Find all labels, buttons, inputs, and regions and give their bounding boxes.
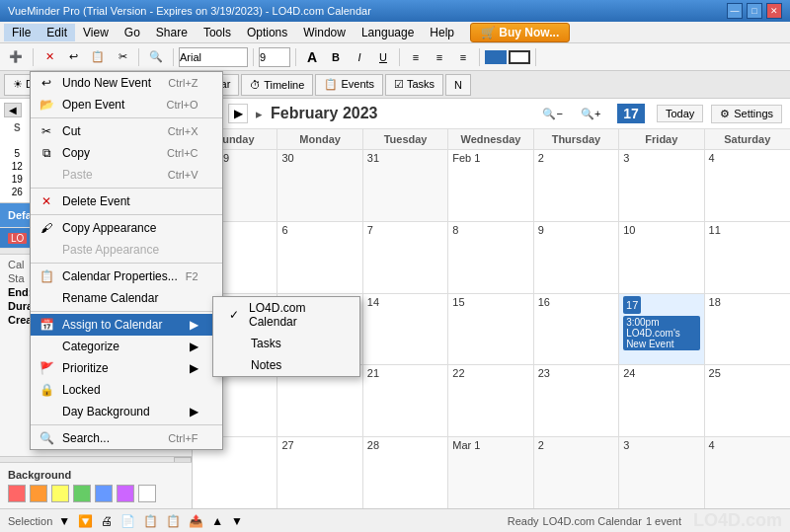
- border-button[interactable]: [509, 50, 530, 64]
- font-name-input[interactable]: [179, 47, 248, 67]
- filter-button[interactable]: ▼: [56, 514, 72, 528]
- menu-open-event[interactable]: 📂 Open Event Ctrl+O: [31, 94, 222, 115]
- cal-cell[interactable]: 25: [705, 365, 790, 436]
- color-swatch-red[interactable]: [8, 485, 26, 502]
- menu-copy-appearance[interactable]: 🖌 Copy Appearance: [31, 217, 222, 239]
- cal-cell[interactable]: 2: [534, 150, 619, 221]
- cal-cell[interactable]: 9: [534, 222, 619, 293]
- menu-cut[interactable]: ✂ Cut Ctrl+X: [31, 120, 222, 142]
- mini-day[interactable]: 26: [4, 186, 31, 198]
- status-btn-4[interactable]: 📋: [141, 514, 160, 528]
- cal-cell[interactable]: 6: [277, 222, 362, 293]
- underline-button[interactable]: U: [372, 46, 394, 68]
- menu-assign-calendar[interactable]: 📅 Assign to Calendar ▶: [31, 314, 222, 336]
- cal-cell[interactable]: 16: [534, 294, 619, 365]
- zoom-in[interactable]: 🔍+: [576, 103, 605, 124]
- cal-next[interactable]: ▶: [228, 104, 248, 123]
- mini-day[interactable]: 5: [4, 147, 31, 160]
- color-swatch-green[interactable]: [73, 485, 91, 502]
- menu-copy[interactable]: ⧉ Copy Ctrl+C: [31, 142, 222, 164]
- calendar-button[interactable]: 📋: [86, 46, 110, 68]
- cal-cell[interactable]: 14: [363, 294, 448, 365]
- color-swatch-orange[interactable]: [30, 485, 47, 502]
- menu-share[interactable]: Share: [148, 24, 196, 41]
- submenu-notes[interactable]: Notes: [213, 354, 359, 376]
- menu-options[interactable]: Options: [239, 24, 295, 41]
- event-block[interactable]: 3:00pm LO4D.com's New Event: [623, 316, 699, 350]
- cal-cell[interactable]: 22: [448, 365, 533, 436]
- mini-day[interactable]: 19: [4, 173, 31, 186]
- cal-cell[interactable]: 3: [619, 150, 704, 221]
- menu-prioritize[interactable]: 🚩 Prioritize ▶: [31, 357, 222, 379]
- align-right-button[interactable]: ≡: [452, 46, 474, 68]
- menu-undo-new-event[interactable]: ↩ Undo New Event Ctrl+Z: [31, 72, 222, 94]
- menu-search[interactable]: 🔍 Search... Ctrl+F: [31, 427, 222, 449]
- cal-cell[interactable]: 4: [705, 150, 790, 221]
- cal-cell[interactable]: 23: [534, 365, 619, 436]
- cal-cell[interactable]: 18: [705, 294, 790, 365]
- new-button[interactable]: ➕: [4, 46, 28, 68]
- cal-cell-today[interactable]: 17 3:00pm LO4D.com's New Event: [619, 294, 704, 365]
- menu-help[interactable]: Help: [422, 24, 462, 41]
- mini-cal-prev[interactable]: ◀: [4, 103, 22, 117]
- cal-cell[interactable]: 4: [705, 437, 790, 508]
- mini-day[interactable]: 12: [4, 160, 31, 173]
- nav-timeline[interactable]: ⏱ Timeline: [241, 74, 313, 96]
- nav-n[interactable]: N: [445, 74, 471, 96]
- today-button[interactable]: Today: [657, 105, 703, 122]
- cal-cell[interactable]: 15: [448, 294, 533, 365]
- cal-cell[interactable]: 31: [363, 150, 448, 221]
- delete-button[interactable]: ✕: [39, 46, 60, 68]
- status-btn-1[interactable]: 🔽: [76, 514, 95, 528]
- mini-day[interactable]: [4, 134, 31, 147]
- font-large-button[interactable]: A: [301, 46, 323, 68]
- status-btn-3[interactable]: 📄: [118, 514, 137, 528]
- close-button[interactable]: ✕: [766, 3, 782, 19]
- arrow-up-button[interactable]: ▲: [209, 514, 225, 528]
- cal-cell[interactable]: 21: [363, 365, 448, 436]
- nav-tasks[interactable]: ☑ Tasks: [385, 74, 443, 96]
- status-btn-6[interactable]: 📤: [187, 514, 205, 528]
- align-left-button[interactable]: ≡: [405, 46, 427, 68]
- color-button[interactable]: [485, 50, 507, 64]
- menu-language[interactable]: Language: [354, 24, 422, 41]
- color-swatch-white[interactable]: [138, 485, 156, 502]
- zoom-out[interactable]: 🔍−: [537, 103, 567, 124]
- menu-edit[interactable]: Edit: [39, 24, 75, 41]
- submenu-tasks[interactable]: Tasks: [213, 333, 359, 354]
- font-size-input[interactable]: [259, 47, 290, 67]
- cal-cell[interactable]: 11: [705, 222, 790, 293]
- submenu-lo4d-calendar[interactable]: ✓ LO4D.com Calendar: [213, 297, 359, 333]
- cal-cell[interactable]: 27: [277, 437, 362, 508]
- cal-cell[interactable]: 28: [363, 437, 448, 508]
- italic-button[interactable]: I: [349, 46, 370, 68]
- menu-calendar-properties[interactable]: 📋 Calendar Properties... F2: [31, 266, 222, 287]
- status-btn-5[interactable]: 📋: [164, 514, 183, 528]
- cal-cell[interactable]: 8: [448, 222, 533, 293]
- menu-file[interactable]: File: [4, 24, 39, 41]
- menu-tools[interactable]: Tools: [196, 24, 239, 41]
- menu-view[interactable]: View: [75, 24, 117, 41]
- nav-events[interactable]: 📋 Events: [315, 74, 383, 96]
- minimize-button[interactable]: —: [727, 3, 743, 19]
- cal-cell[interactable]: 3: [619, 437, 704, 508]
- menu-delete-event[interactable]: ✕ Delete Event: [31, 190, 222, 212]
- menu-categorize[interactable]: Categorize ▶: [31, 336, 222, 357]
- align-center-button[interactable]: ≡: [429, 46, 450, 68]
- menu-rename-calendar[interactable]: Rename Calendar: [31, 287, 222, 309]
- status-btn-2[interactable]: 🖨: [99, 514, 115, 528]
- maximize-button[interactable]: □: [747, 3, 762, 19]
- cal-cell[interactable]: 24: [619, 365, 704, 436]
- menu-paste[interactable]: Paste Ctrl+V: [31, 164, 222, 186]
- bold-button[interactable]: B: [325, 46, 347, 68]
- cal-cell[interactable]: 7: [363, 222, 448, 293]
- cut-button[interactable]: ✂: [112, 46, 133, 68]
- menu-day-background[interactable]: Day Background ▶: [31, 401, 222, 422]
- color-swatch-purple[interactable]: [117, 485, 134, 502]
- search-button[interactable]: 🔍: [144, 46, 168, 68]
- arrow-down-button[interactable]: ▼: [229, 514, 245, 528]
- cal-cell[interactable]: 2: [534, 437, 619, 508]
- menu-go[interactable]: Go: [117, 24, 148, 41]
- settings-button[interactable]: ⚙ Settings: [711, 105, 782, 123]
- color-swatch-blue[interactable]: [95, 485, 113, 502]
